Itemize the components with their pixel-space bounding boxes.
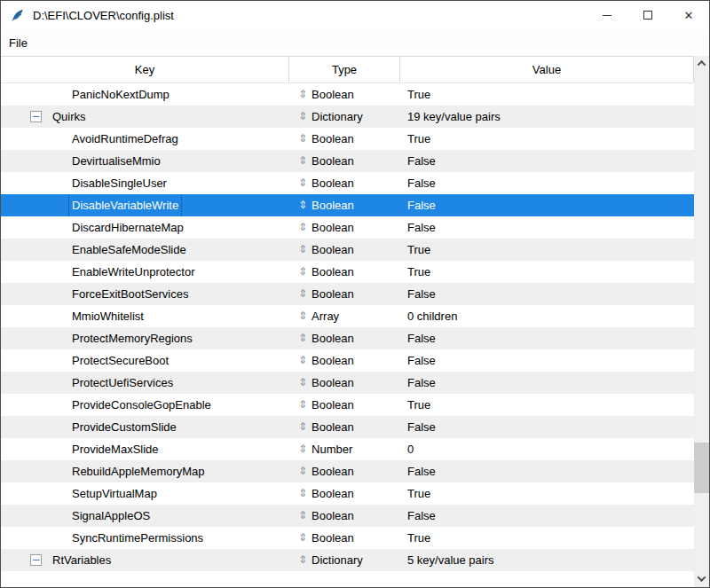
- row-type: Boolean: [312, 482, 354, 505]
- scrollbar-thumb[interactable]: [694, 443, 709, 493]
- column-header-type[interactable]: Type: [289, 57, 400, 82]
- table-row[interactable]: ProtectMemoryRegions⇕BooleanFalse: [1, 327, 694, 349]
- row-key: SetupVirtualMap: [69, 482, 160, 505]
- type-updown-icon[interactable]: ⇕: [298, 216, 307, 239]
- menu-file[interactable]: File: [1, 34, 36, 52]
- type-updown-icon[interactable]: ⇕: [298, 327, 307, 349]
- type-updown-icon[interactable]: ⇕: [298, 372, 307, 394]
- row-key: ProtectMemoryRegions: [69, 327, 195, 349]
- table-row[interactable]: DiscardHibernateMap⇕BooleanFalse: [1, 216, 694, 239]
- table-row[interactable]: −Quirks⇕Dictionary19 key/value pairs: [1, 106, 694, 128]
- type-updown-icon[interactable]: ⇕: [298, 261, 307, 283]
- table-row[interactable]: RebuildAppleMemoryMap⇕BooleanFalse: [1, 460, 694, 482]
- collapse-toggle-icon[interactable]: −: [30, 111, 42, 122]
- row-key: SignalAppleOS: [69, 505, 153, 527]
- row-value: False: [400, 194, 694, 216]
- type-updown-icon[interactable]: ⇕: [298, 172, 307, 194]
- table-row[interactable]: DevirtualiseMmio⇕BooleanFalse: [1, 150, 694, 172]
- vertical-scrollbar[interactable]: [694, 56, 709, 587]
- table-row[interactable]: ProtectSecureBoot⇕BooleanFalse: [1, 349, 694, 372]
- row-key: MmioWhitelist: [69, 305, 146, 327]
- row-type: Dictionary: [312, 549, 363, 571]
- type-updown-icon[interactable]: ⇕: [298, 394, 307, 416]
- close-icon: ✕: [684, 10, 694, 21]
- table-row[interactable]: EnableWriteUnprotector⇕BooleanTrue: [1, 261, 694, 283]
- table-row[interactable]: SignalAppleOS⇕BooleanFalse: [1, 505, 694, 527]
- type-updown-icon[interactable]: ⇕: [298, 283, 307, 305]
- row-value: False: [400, 283, 694, 305]
- collapse-toggle-icon[interactable]: −: [30, 554, 42, 566]
- scroll-down-button[interactable]: [694, 571, 709, 586]
- table-row[interactable]: ProtectUefiServices⇕BooleanFalse: [1, 372, 694, 394]
- row-type: Array: [312, 305, 339, 327]
- type-updown-icon[interactable]: ⇕: [298, 150, 307, 172]
- row-type: Boolean: [312, 416, 354, 438]
- row-value: True: [400, 239, 694, 261]
- table-rows: PanicNoKextDump⇕BooleanTrue−Quirks⇕Dicti…: [1, 83, 694, 571]
- row-value: True: [400, 128, 694, 150]
- row-key: ForceExitBootServices: [69, 283, 192, 305]
- close-button[interactable]: ✕: [668, 1, 709, 29]
- type-updown-icon[interactable]: ⇕: [298, 438, 307, 460]
- type-updown-icon[interactable]: ⇕: [298, 194, 307, 216]
- type-updown-icon[interactable]: ⇕: [298, 549, 307, 571]
- table-row[interactable]: PanicNoKextDump⇕BooleanTrue: [1, 83, 694, 106]
- row-value: False: [400, 505, 694, 527]
- row-key: ProvideMaxSlide: [69, 438, 162, 460]
- table-row[interactable]: MmioWhitelist⇕Array0 children: [1, 305, 694, 327]
- type-updown-icon[interactable]: ⇕: [298, 128, 307, 150]
- table-row[interactable]: SetupVirtualMap⇕BooleanTrue: [1, 482, 694, 505]
- type-updown-icon[interactable]: ⇕: [298, 527, 307, 549]
- chevron-up-icon: [698, 60, 706, 69]
- row-type: Boolean: [312, 460, 354, 482]
- type-updown-icon[interactable]: ⇕: [298, 460, 307, 482]
- row-value: False: [400, 372, 694, 394]
- column-header-key[interactable]: Key: [1, 57, 289, 82]
- type-updown-icon[interactable]: ⇕: [298, 505, 307, 527]
- window-title: D:\EFI\CLOVER\config.plist: [33, 9, 174, 22]
- table-row[interactable]: ProvideConsoleGopEnable⇕BooleanTrue: [1, 394, 694, 416]
- row-value: False: [400, 150, 694, 172]
- row-key: EnableWriteUnprotector: [69, 261, 198, 283]
- row-type: Boolean: [312, 216, 354, 239]
- row-type: Boolean: [312, 194, 354, 216]
- python-feather-app-icon: [11, 8, 25, 22]
- row-key: DiscardHibernateMap: [69, 216, 186, 239]
- table-row[interactable]: AvoidRuntimeDefrag⇕BooleanTrue: [1, 128, 694, 150]
- table-row[interactable]: ProvideCustomSlide⇕BooleanFalse: [1, 416, 694, 438]
- minimize-icon: [603, 15, 611, 16]
- type-updown-icon[interactable]: ⇕: [298, 83, 307, 106]
- maximize-button[interactable]: [627, 1, 668, 29]
- row-type: Boolean: [312, 150, 354, 172]
- table-row[interactable]: ForceExitBootServices⇕BooleanFalse: [1, 283, 694, 305]
- row-key: Quirks: [50, 106, 89, 128]
- row-key: DisableVariableWrite: [69, 194, 181, 216]
- table-row[interactable]: −RtVariables⇕Dictionary5 key/value pairs: [1, 549, 694, 571]
- table-header: Key Type Value: [1, 56, 694, 83]
- row-type: Boolean: [312, 327, 354, 349]
- table-row[interactable]: ProvideMaxSlide⇕Number0: [1, 438, 694, 460]
- row-value: True: [400, 394, 694, 416]
- type-updown-icon[interactable]: ⇕: [298, 305, 307, 327]
- row-value: False: [400, 416, 694, 438]
- row-key: PanicNoKextDump: [69, 83, 172, 106]
- row-key: DevirtualiseMmio: [69, 150, 163, 172]
- table-row[interactable]: DisableVariableWrite⇕BooleanFalse: [1, 194, 694, 216]
- row-type: Boolean: [312, 372, 354, 394]
- type-updown-icon[interactable]: ⇕: [298, 106, 307, 128]
- minimize-button[interactable]: [587, 1, 627, 29]
- row-type: Dictionary: [312, 106, 363, 128]
- type-updown-icon[interactable]: ⇕: [298, 349, 307, 372]
- table-row[interactable]: DisableSingleUser⇕BooleanFalse: [1, 172, 694, 194]
- row-key: AvoidRuntimeDefrag: [69, 128, 181, 150]
- row-type: Boolean: [312, 527, 354, 549]
- titlebar: D:\EFI\CLOVER\config.plist ✕: [1, 1, 709, 29]
- type-updown-icon[interactable]: ⇕: [298, 482, 307, 505]
- type-updown-icon[interactable]: ⇕: [298, 239, 307, 261]
- row-key: RtVariables: [50, 549, 114, 571]
- type-updown-icon[interactable]: ⇕: [298, 416, 307, 438]
- scroll-up-button[interactable]: [694, 56, 709, 71]
- column-header-value[interactable]: Value: [400, 57, 694, 82]
- table-row[interactable]: EnableSafeModeSlide⇕BooleanTrue: [1, 239, 694, 261]
- table-row[interactable]: SyncRuntimePermissions⇕BooleanTrue: [1, 527, 694, 549]
